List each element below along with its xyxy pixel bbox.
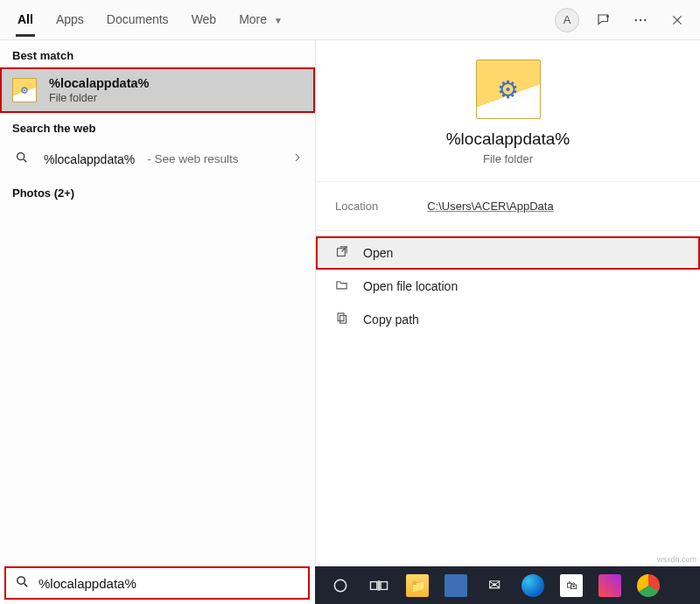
meta-location-value[interactable]: C:\Users\ACER\AppData — [427, 200, 554, 213]
tab-more-label: More — [239, 12, 267, 26]
chevron-down-icon: ▼ — [274, 16, 283, 25]
folder-icon — [12, 78, 37, 102]
search-input[interactable] — [38, 576, 299, 591]
svg-point-0 — [606, 15, 609, 18]
web-result[interactable]: %localappdata% - See web results — [0, 140, 315, 178]
section-photos[interactable]: Photos (2+) — [0, 178, 315, 205]
web-result-hint: - See web results — [147, 152, 238, 165]
action-copy-path-label: Copy path — [363, 313, 419, 327]
search-icon — [12, 151, 32, 167]
svg-point-1 — [635, 18, 637, 20]
feedback-icon[interactable] — [592, 8, 616, 32]
preview-pane: ⚙ %localappdata% File folder Location C:… — [316, 40, 700, 565]
tab-all[interactable]: All — [16, 3, 35, 37]
svg-rect-7 — [340, 315, 346, 323]
preview-actions: Open Open file location Copy path — [316, 231, 700, 341]
tab-documents[interactable]: Documents — [105, 3, 171, 37]
tab-apps[interactable]: Apps — [54, 3, 86, 37]
search-bar[interactable] — [4, 566, 310, 600]
result-title: %localappdata% — [49, 76, 303, 90]
svg-rect-10 — [370, 581, 376, 589]
preview-title: %localappdata% — [332, 130, 684, 149]
meta-location-key: Location — [335, 200, 378, 213]
web-result-term: %localappdata% — [44, 152, 135, 166]
taskbar-taskview-icon[interactable] — [368, 574, 390, 597]
results-pane: Best match %localappdata% File folder Se… — [0, 40, 316, 565]
open-location-icon — [335, 278, 349, 294]
search-icon — [15, 574, 30, 593]
result-subtitle: File folder — [49, 92, 303, 104]
preview-card: ⚙ %localappdata% File folder — [316, 40, 700, 182]
more-icon[interactable] — [628, 8, 653, 32]
taskbar-chrome-icon[interactable] — [637, 574, 660, 597]
best-match-result[interactable]: %localappdata% File folder — [0, 67, 315, 113]
svg-point-4 — [18, 153, 24, 160]
tab-list: All Apps Documents Web More ▼ — [16, 3, 284, 37]
watermark: wsxdn.com — [657, 555, 696, 564]
header-tabbar: All Apps Documents Web More ▼ A — [0, 0, 700, 40]
avatar[interactable]: A — [555, 8, 579, 32]
taskbar: 📁 ✉ 🛍 — [315, 566, 700, 604]
svg-point-3 — [644, 18, 646, 20]
preview-meta: Location C:\Users\ACER\AppData — [316, 182, 700, 231]
close-icon[interactable] — [665, 8, 690, 32]
svg-point-8 — [18, 576, 24, 584]
result-text: %localappdata% File folder — [49, 76, 303, 104]
svg-point-9 — [334, 579, 346, 591]
preview-folder-icon: ⚙ — [476, 60, 541, 119]
svg-rect-11 — [381, 581, 387, 589]
taskbar-mail-icon[interactable]: ✉ — [483, 574, 506, 597]
section-best-match: Best match — [0, 40, 315, 67]
taskbar-word-icon[interactable] — [444, 574, 467, 597]
taskbar-store-icon[interactable]: 🛍 — [560, 574, 583, 597]
taskbar-file-explorer-icon[interactable]: 📁 — [406, 574, 429, 597]
open-icon — [335, 245, 349, 261]
preview-subtitle: File folder — [332, 152, 684, 165]
taskbar-edge-icon[interactable] — [522, 574, 544, 597]
svg-point-2 — [640, 18, 641, 20]
taskbar-app-icon[interactable] — [598, 574, 621, 597]
action-copy-path[interactable]: Copy path — [316, 303, 700, 336]
tab-web[interactable]: Web — [190, 3, 219, 37]
copy-icon — [335, 312, 349, 327]
header-actions: A — [555, 8, 690, 32]
svg-rect-6 — [338, 313, 344, 321]
chevron-right-icon — [292, 152, 303, 165]
action-open[interactable]: Open — [316, 236, 700, 270]
action-open-location[interactable]: Open file location — [316, 270, 700, 303]
taskbar-cortana-icon[interactable] — [329, 574, 352, 597]
section-search-web: Search the web — [0, 113, 315, 140]
action-open-label: Open — [363, 246, 393, 260]
action-open-location-label: Open file location — [363, 279, 458, 293]
tab-more[interactable]: More ▼ — [237, 3, 284, 37]
